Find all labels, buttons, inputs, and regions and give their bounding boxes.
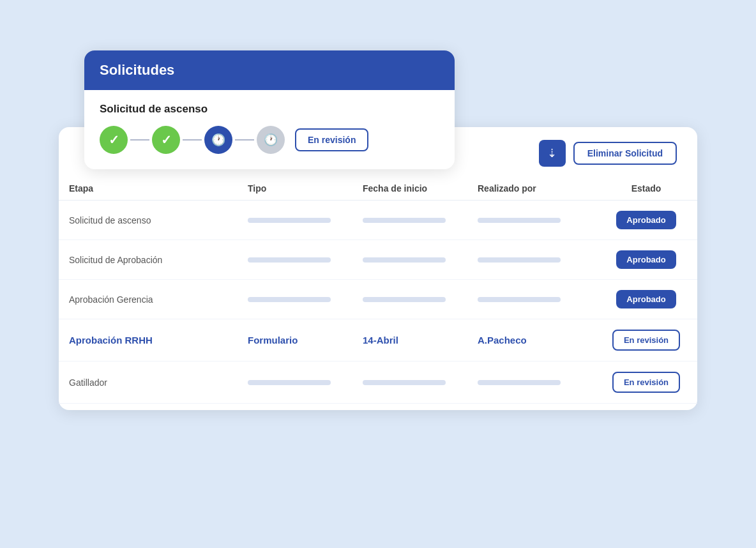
cell-etapa: Gatillador — [59, 362, 238, 404]
placeholder-bar — [248, 257, 331, 263]
status-badge: Aprobado — [616, 211, 676, 229]
main-card: ⇣ Eliminar Solicitud Etapa Tipo Fecha de… — [59, 127, 697, 410]
placeholder-bar — [363, 380, 446, 385]
table-row: Solicitud de AprobaciónAprobado — [59, 240, 697, 280]
placeholder-bar — [478, 218, 561, 223]
placeholder-bar — [363, 218, 446, 223]
col-header-realizado: Realizado por — [467, 177, 595, 201]
col-header-fecha: Fecha de inicio — [352, 177, 467, 201]
cell-realizado — [467, 201, 595, 240]
progress-steps: ✓ ✓ 🕐 🕐 En revisión — [100, 126, 439, 154]
solicitudes-table: Etapa Tipo Fecha de inicio Realizado por… — [59, 177, 697, 404]
cell-estado: Aprobado — [595, 240, 697, 280]
solicitudes-card: Solicitudes Solicitud de ascenso ✓ ✓ 🕐 — [84, 50, 455, 169]
table-row: GatilladorEn revisión — [59, 362, 697, 404]
cell-tipo — [238, 280, 352, 319]
placeholder-bar — [363, 297, 446, 302]
placeholder-bar — [478, 257, 561, 263]
cell-tipo: Formulario — [238, 319, 352, 362]
solicitudes-header: Solicitudes — [84, 50, 455, 90]
eliminar-button[interactable]: Eliminar Solicitud — [573, 142, 677, 165]
table-row: Solicitud de ascensoAprobado — [59, 201, 697, 240]
download-button[interactable]: ⇣ — [539, 140, 566, 167]
cell-realizado: A.Pacheco — [467, 319, 595, 362]
table-wrapper: Etapa Tipo Fecha de inicio Realizado por… — [59, 177, 697, 404]
placeholder-bar — [248, 380, 331, 385]
solicitudes-title: Solicitudes — [100, 62, 174, 78]
cell-fecha — [352, 362, 467, 404]
cell-estado: Aprobado — [595, 201, 697, 240]
cell-estado: En revisión — [595, 362, 697, 404]
step-dash-2 — [183, 139, 202, 141]
solicitudes-body: Solicitud de ascenso ✓ ✓ 🕐 — [84, 90, 455, 169]
step-dash-1 — [130, 139, 149, 141]
cell-estado: Aprobado — [595, 280, 697, 319]
placeholder-bar — [478, 297, 561, 302]
cell-tipo — [238, 240, 352, 280]
placeholder-bar — [478, 380, 561, 385]
step-4-clock-icon: 🕐 — [264, 133, 278, 147]
cell-realizado — [467, 280, 595, 319]
step-3-clock-icon: 🕐 — [211, 133, 225, 147]
cell-tipo — [238, 201, 352, 240]
cell-fecha: 14-Abril — [352, 319, 467, 362]
step-4-circle: 🕐 — [257, 126, 285, 154]
cell-etapa: Aprobación RRHH — [59, 319, 238, 362]
cell-fecha — [352, 201, 467, 240]
status-badge[interactable]: En revisión — [612, 330, 680, 351]
cell-estado: En revisión — [595, 319, 697, 362]
download-icon: ⇣ — [547, 146, 557, 160]
step-3-circle: 🕐 — [204, 126, 232, 154]
step-1-check-icon: ✓ — [109, 132, 119, 148]
solicitudes-subtitle: Solicitud de ascenso — [100, 103, 439, 116]
placeholder-bar — [248, 218, 331, 223]
placeholder-bar — [363, 257, 446, 263]
step-2-check-icon: ✓ — [161, 132, 172, 148]
cell-fecha — [352, 240, 467, 280]
cell-realizado — [467, 362, 595, 404]
header-row: Etapa Tipo Fecha de inicio Realizado por… — [59, 177, 697, 201]
cell-etapa: Solicitud de Aprobación — [59, 240, 238, 280]
col-header-estado: Estado — [595, 177, 697, 201]
cell-tipo — [238, 362, 352, 404]
cell-fecha — [352, 280, 467, 319]
table-header: Etapa Tipo Fecha de inicio Realizado por… — [59, 177, 697, 201]
step-dash-3 — [235, 139, 254, 141]
table-row: Aprobación RRHHFormulario14-AbrilA.Pache… — [59, 319, 697, 362]
col-header-etapa: Etapa — [59, 177, 238, 201]
step-2-circle: ✓ — [152, 126, 180, 154]
cell-realizado — [467, 240, 595, 280]
table-body: Solicitud de ascensoAprobadoSolicitud de… — [59, 201, 697, 404]
cell-etapa: Solicitud de ascenso — [59, 201, 238, 240]
step-1-circle: ✓ — [100, 126, 128, 154]
status-badge: Aprobado — [616, 250, 676, 269]
table-row: Aprobación GerenciaAprobado — [59, 280, 697, 319]
cell-etapa: Aprobación Gerencia — [59, 280, 238, 319]
status-badge: Aprobado — [616, 290, 676, 308]
status-badge[interactable]: En revisión — [612, 372, 680, 393]
placeholder-bar — [248, 297, 331, 302]
col-header-tipo: Tipo — [238, 177, 352, 201]
en-revision-badge[interactable]: En revisión — [295, 128, 368, 151]
